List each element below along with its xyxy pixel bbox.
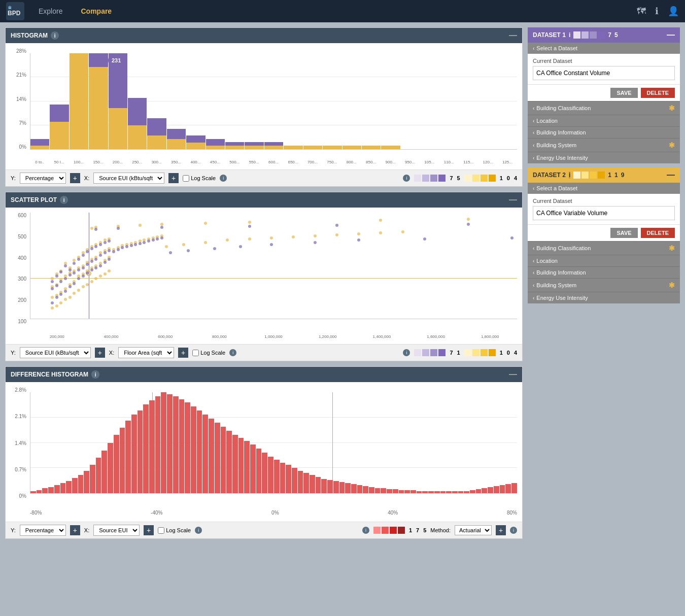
dataset2-select-bar[interactable]: ‹ Select a Dataset (528, 183, 680, 194)
histogram-log-info-icon[interactable]: i (220, 175, 227, 182)
scatter-d1-info-icon[interactable]: i (403, 349, 410, 356)
diff-y-select[interactable]: Percentage (20, 525, 66, 536)
dataset2-minimize-btn[interactable]: — (667, 170, 675, 180)
diff-bar-1 (37, 490, 42, 493)
explore-nav-link[interactable]: Explore (35, 5, 66, 17)
histogram-bar-3 (89, 53, 108, 149)
histogram-title: HISTOGRAM (11, 32, 48, 39)
compare-nav-link[interactable]: Compare (77, 5, 116, 17)
dataset2-filter-location[interactable]: ‹Location (528, 255, 680, 266)
right-panel: DATASET 1 i 7 5 — ‹ Select a Dataset Cur… (528, 27, 680, 539)
diff-bar-60 (387, 489, 392, 493)
scatter-dot-purple (55, 275, 58, 278)
histogram-x-select[interactable]: Source EUI (kBtu/sqft/y (93, 173, 164, 184)
dataset1-info-icon[interactable]: i (569, 31, 570, 39)
method-select[interactable]: Actuarial (455, 525, 492, 535)
scatter-y-select[interactable]: Source EUI (kBtu/sqft/y (20, 347, 91, 358)
scatter-x-select[interactable]: Floor Area (sqft) (118, 347, 174, 358)
diff-d-info-icon[interactable]: i (362, 527, 369, 534)
histogram-bar-0 (30, 53, 49, 149)
dataset1-delete-btn[interactable]: DELETE (641, 88, 675, 98)
dataset1-filter-building-system[interactable]: ‹Building System ✱ (528, 138, 680, 152)
scatter-log-scale-checkbox[interactable] (192, 350, 199, 356)
histogram-y-label: Y: (11, 175, 16, 181)
filter2-chevron-5: ‹ (533, 295, 534, 301)
histogram-bar-10 (225, 53, 244, 149)
dataset1-filter-building-class[interactable]: ‹Building Classification ✱ (528, 101, 680, 115)
scatter-dot-purple (117, 248, 120, 251)
diff-histogram-info-icon[interactable]: i (91, 370, 99, 379)
dataset2-name-input[interactable] (533, 206, 675, 220)
svg-text:🏛: 🏛 (8, 6, 12, 10)
diff-bar-5 (60, 483, 66, 493)
dataset2-panel: DATASET 2 i 1 1 9 — ‹ Select a Dataset C… (528, 167, 680, 303)
histogram-info-icon[interactable]: i (51, 31, 59, 40)
scatter-minimize-btn[interactable]: — (509, 195, 517, 204)
dataset1-save-btn[interactable]: SAVE (610, 88, 637, 98)
histogram-x-add-btn[interactable]: + (168, 173, 179, 183)
dataset1-filter-energy-use[interactable]: ‹Energy Use Intensity (528, 152, 680, 163)
diff-histogram-minimize-btn[interactable]: — (509, 370, 517, 379)
diff-log-scale[interactable]: Log Scale (158, 527, 191, 534)
dataset1-select-bar[interactable]: ‹ Select a Dataset (528, 43, 680, 54)
method-label: Method: (430, 527, 451, 533)
dataset1-name-input[interactable] (533, 66, 675, 80)
swatch-d1-3 (430, 175, 437, 182)
diff-bar-25 (179, 399, 185, 493)
swatch-d1-2 (422, 175, 429, 182)
diff-bar-69 (440, 491, 446, 493)
dataset1-swatches (573, 31, 605, 39)
scatter-x-add-btn[interactable]: + (178, 348, 188, 358)
diff-num3: 5 (423, 527, 426, 533)
scatter-dot-purple (143, 241, 146, 244)
filter-asterisk-4: ✱ (669, 141, 675, 149)
scatter-dot-purple (82, 254, 85, 257)
dataset2-filter-building-system[interactable]: ‹Building System ✱ (528, 278, 680, 292)
scatter-y-add-btn[interactable]: + (95, 348, 105, 358)
histogram-minimize-btn[interactable]: — (509, 31, 517, 40)
dataset1-minimize-btn[interactable]: — (667, 30, 675, 40)
histogram-d1-info-icon[interactable]: i (403, 175, 410, 182)
dataset2-info-icon[interactable]: i (569, 172, 570, 179)
histogram-bar-2 (70, 53, 88, 149)
histogram-log-scale-checkbox[interactable] (183, 175, 189, 182)
dataset2-filter-energy-use[interactable]: ‹Energy Use Intensity (528, 292, 680, 303)
diff-bar-65 (417, 491, 422, 493)
diff-bar-71 (452, 491, 458, 493)
user-icon[interactable]: 👤 (668, 6, 679, 17)
scatter-header: SCATTER PLOT i — (6, 192, 522, 208)
scatter-info-icon[interactable]: i (60, 196, 68, 204)
dataset1-filter-building-info[interactable]: ‹Building Information (528, 126, 680, 138)
swatch-d2-1 (464, 175, 471, 182)
dataset2-num3: 9 (621, 172, 625, 179)
dataset1-filter-location[interactable]: ‹Location (528, 115, 680, 126)
scatter-dot-purple (160, 226, 163, 229)
diff-log-info-icon[interactable]: i (195, 527, 202, 534)
diff-log-scale-checkbox[interactable] (158, 527, 164, 534)
scatter-log-info-icon[interactable]: i (229, 349, 236, 356)
scatter-dot-purple (94, 245, 97, 248)
histogram-y-select[interactable]: Percentage (20, 173, 66, 184)
diff-bar-67 (428, 491, 434, 493)
diff-y-add-btn[interactable]: + (70, 525, 80, 535)
dataset2-filter-building-info[interactable]: ‹Building Information (528, 266, 680, 278)
info-icon[interactable]: ℹ (655, 6, 659, 17)
logo-area: 🏛 BPD (6, 2, 24, 20)
scatter-log-scale[interactable]: Log Scale (192, 350, 225, 356)
map-icon[interactable]: 🗺 (637, 6, 646, 17)
method-add-btn[interactable]: + (496, 525, 506, 535)
dataset2-delete-btn[interactable]: DELETE (641, 228, 675, 238)
dataset2-save-btn[interactable]: SAVE (610, 228, 637, 238)
diff-bar-14 (114, 435, 119, 493)
diff-bar-61 (393, 489, 398, 493)
scatter-swatch-d1-2 (422, 349, 429, 356)
dataset2-num2: 1 (614, 172, 618, 179)
histogram-y-add-btn[interactable]: + (70, 173, 80, 183)
dataset2-filter-building-class[interactable]: ‹Building Classification ✱ (528, 241, 680, 255)
histogram-log-scale[interactable]: Log Scale (183, 175, 216, 182)
method-info-icon[interactable]: i (510, 527, 517, 534)
scatter-dot-purple (104, 251, 107, 254)
diff-x-label: X: (84, 527, 89, 533)
diff-x-select[interactable]: Source EUI (93, 525, 140, 536)
diff-x-add-btn[interactable]: + (144, 525, 154, 535)
